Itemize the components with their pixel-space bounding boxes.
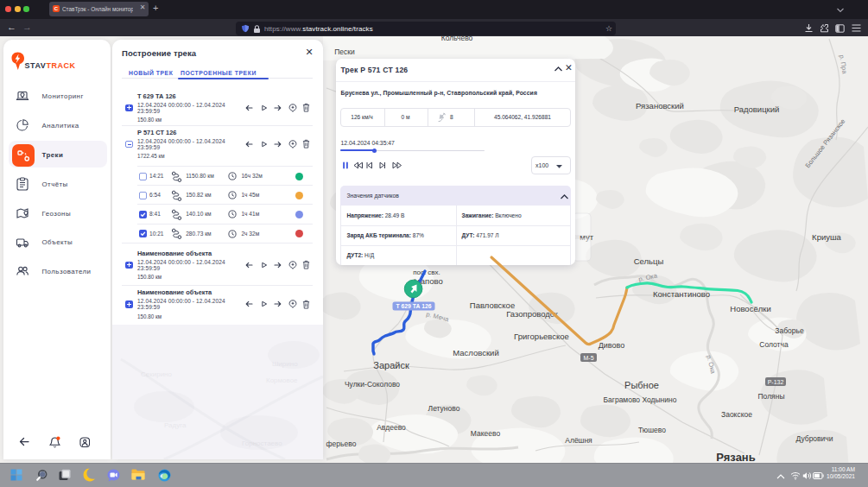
svg-text:Т 629 ТА 126: Т 629 ТА 126 xyxy=(396,303,431,309)
